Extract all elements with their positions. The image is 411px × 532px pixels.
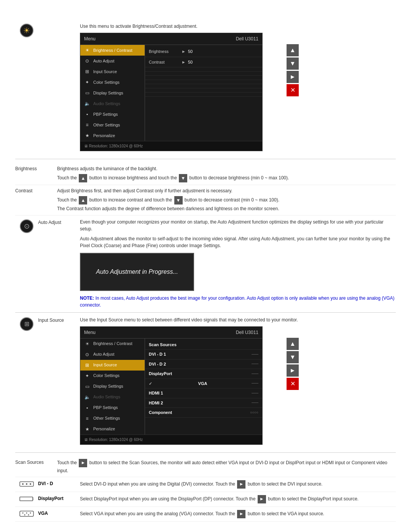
hdmi1-label: HDMI 1 <box>149 390 163 396</box>
is-as-label: Audio Settings <box>93 394 120 400</box>
is-osd-item-ds[interactable]: ▭ Display Settings <box>80 381 145 392</box>
brightness-row: Brightness ► 50 <box>145 46 262 57</box>
is-nav-right-btn[interactable]: ► <box>287 364 299 377</box>
is-cs-icon: ✦ <box>83 372 91 379</box>
hdmi2-row: HDMI 2 —— <box>145 398 262 408</box>
is-osd-item-cs[interactable]: ✦ Color Settings <box>80 371 145 381</box>
svg-point-9 <box>26 512 27 513</box>
is-osd-nav-buttons: ▲ ▼ ► ✕ <box>287 338 299 390</box>
down-arrow-icon: ▼ <box>179 174 187 182</box>
contrast-sub-section: Contrast Adjust Brightness first, and th… <box>15 185 396 215</box>
dvid-content: Select DVI-D input when you are using th… <box>80 480 396 489</box>
vga-btn-icon: ► <box>237 510 245 518</box>
scan-sources-row: Scan Sources <box>145 340 262 350</box>
contrast-down-icon: ▼ <box>174 196 183 204</box>
component-row: Component ○○○○ <box>145 408 262 418</box>
note-label: NOTE: <box>80 296 94 301</box>
auto-adjustment-progress-box: Auto Adjustment in Progress... <box>80 253 194 291</box>
contrast-text1: Adjust Brightness first, and then adjust… <box>57 187 396 195</box>
is-pbp-icon: ▪ <box>83 404 91 411</box>
osd-right-panel: Brightness ► 50 Contrast ► 50 <box>145 45 262 141</box>
osd-resolution: Resolution: 1280x1024 @ 60Hz <box>89 144 143 148</box>
as-menu-label: Audio Settings <box>93 101 120 107</box>
svg-point-3 <box>30 483 31 485</box>
vga-row: ✓ VGA —— <box>145 379 262 389</box>
is-osd-footer: 🖥 Resolution: 1280x1024 @ 60Hz <box>80 435 262 444</box>
nav-down-btn[interactable]: ▼ <box>287 58 299 70</box>
is-is-icon: ⊞ <box>83 362 91 369</box>
vga-check: ✓ <box>149 380 152 387</box>
bc-menu-label: Brightness / Contrast <box>93 47 132 54</box>
osd-item-brightness-contrast[interactable]: ☀ Brightness / Contrast <box>80 45 145 56</box>
contrast-text3: The Contrast function adjusts the degree… <box>57 205 396 212</box>
brightness-text2: Touch the ▲ button to increase brightnes… <box>57 174 396 182</box>
svg-point-2 <box>26 483 27 485</box>
osd-item-pbp-settings[interactable]: ▪ PBP Settings <box>80 109 145 120</box>
is-bc-label: Brightness / Contrast <box>93 340 132 347</box>
osd-item-other-settings[interactable]: ≡ Other Settings <box>80 120 145 130</box>
is-osd-left: ☀ Brightness / Contrast ⊙ Auto Adjust ⊞ … <box>80 339 145 435</box>
dp-content: Select DisplayPort input when you are us… <box>80 495 396 503</box>
aa-text2: Auto Adjustment allows the monitor to se… <box>80 235 396 249</box>
osd-left-menu: ☀ Brightness / Contrast ⊙ Auto Adjust ⊞ … <box>80 45 145 141</box>
auto-adjust-content: Even though your computer recognizes you… <box>80 219 396 308</box>
is-menu-label: Input Source <box>93 69 117 75</box>
osd-item-auto-adjust[interactable]: ⊙ Auto Adjust <box>80 56 145 66</box>
is-osd-item-is[interactable]: ⊞ Input Source <box>80 360 145 371</box>
bc-osd-wrapper: Menu Dell U3011 ☀ Brightness / Contrast … <box>80 33 282 151</box>
contrast-row: Contrast ► 50 <box>145 57 262 68</box>
component-connector: ○○○○ <box>250 410 258 415</box>
up-arrow-icon: ▲ <box>79 174 87 182</box>
osd-item-color-settings[interactable]: ✦ Color Settings <box>80 77 145 88</box>
dvid1-label: DVI - D 1 <box>149 351 166 358</box>
is-nav-down-btn[interactable]: ▼ <box>287 351 299 363</box>
dp-connector: —— <box>252 371 258 377</box>
nav-right-btn[interactable]: ► <box>287 71 299 83</box>
svg-rect-4 <box>20 497 33 501</box>
nav-close-btn[interactable]: ✕ <box>287 84 299 96</box>
svg-point-12 <box>28 514 29 515</box>
is-osd-item-aa[interactable]: ⊙ Auto Adjust <box>80 349 145 360</box>
dp-btn-icon: ► <box>258 495 266 503</box>
vga-connector-svg <box>19 510 34 518</box>
osd-item-input-source[interactable]: ⊞ Input Source <box>80 66 145 77</box>
osd-item-personalize[interactable]: ★ Personalize <box>80 130 145 141</box>
is-osd-item-bc[interactable]: ☀ Brightness / Contrast <box>80 339 145 349</box>
is-osd-item-os[interactable]: ≡ Other Settings <box>80 413 145 424</box>
os-menu-label: Other Settings <box>93 122 120 128</box>
auto-adjust-note: NOTE: In most cases, Auto Adjust produce… <box>80 295 396 308</box>
aa-menu-icon: ⊙ <box>83 58 91 64</box>
scan-sources-sub-content: Touch the ► button to select the Scan So… <box>57 459 396 474</box>
is-nav-close-btn[interactable]: ✕ <box>287 378 299 390</box>
aa-menu-label: Auto Adjust <box>93 58 115 64</box>
vga-section: VGA Select VGA input when you are using … <box>15 507 396 522</box>
osd-item-audio-settings: 🔈 Audio Settings <box>80 98 145 109</box>
bc-intro: Use this menu to activate Brightness/Con… <box>80 23 396 30</box>
brightness-arrow: ► <box>182 48 186 55</box>
osd-item-display-settings[interactable]: ▭ Display Settings <box>80 88 145 98</box>
is-is-label: Input Source <box>93 362 117 368</box>
empty-row-3 <box>145 76 262 80</box>
is-osd-header: Menu Dell U3011 <box>80 327 262 339</box>
dvid-connector-icon <box>15 480 38 488</box>
displayport-row: DisplayPort —— <box>145 369 262 379</box>
vga-connector: —— <box>252 381 258 386</box>
nav-up-btn[interactable]: ▲ <box>287 44 299 56</box>
dvid-label: DVI - D <box>38 480 80 486</box>
is-osd-resolution: Resolution: 1280x1024 @ 60Hz <box>89 438 143 442</box>
brightness-value: 50 <box>188 48 193 55</box>
empty-row-4 <box>145 80 262 84</box>
vga-label: VGA <box>198 380 207 387</box>
dvi-d2-row: DVI - D 2 —— <box>145 359 262 369</box>
dp-connector-svg <box>19 495 34 503</box>
is-cs-label: Color Settings <box>93 372 119 379</box>
empty-row-5 <box>145 84 262 88</box>
os-menu-icon: ≡ <box>83 121 91 128</box>
auto-adjust-icon: ⊙ <box>15 219 38 233</box>
is-osd-item-pbp[interactable]: ▪ PBP Settings <box>80 403 145 413</box>
dvid-btn-icon: ► <box>237 480 245 489</box>
dp-label: DisplayPort <box>149 371 172 377</box>
contrast-value: 50 <box>188 59 193 66</box>
is-osd-item-p[interactable]: ★ Personalize <box>80 424 145 435</box>
is-nav-up-btn[interactable]: ▲ <box>287 338 299 350</box>
